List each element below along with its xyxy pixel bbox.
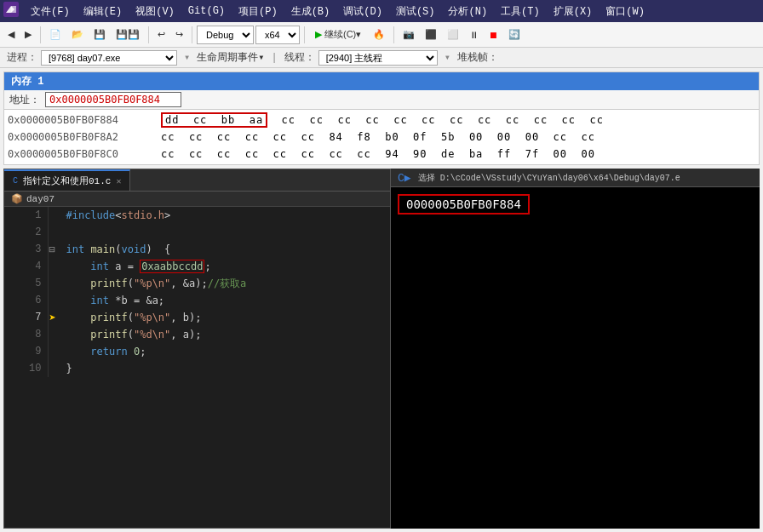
line-ind-10 (49, 360, 62, 377)
line-code-5: printf("%p\n", &a);//获取a (62, 275, 390, 292)
memory-title: 内存 1 (4, 72, 759, 90)
terminal-panel: C▶ 选择 D:\cCode\VSstudy\CYuYan\day06\x64\… (391, 169, 760, 529)
menu-view[interactable]: 视图(V) (129, 3, 181, 20)
fire-button[interactable]: 🔥 (369, 26, 389, 43)
line-num-1: 1 (4, 207, 49, 224)
thread-select[interactable]: [2940] 主线程 (318, 50, 438, 66)
terminal-content[interactable]: 0000005B0FB0F884 (391, 187, 760, 529)
code-line-5: 5 printf("%p\n", &a);//获取a (4, 275, 390, 292)
continue-button[interactable]: ▶ 继续(C)▾ (309, 26, 367, 43)
code-line-2: 2 (4, 224, 390, 241)
stack-label: 堆栈帧： (457, 50, 498, 65)
code-line-4: 4 int a = 0xaabbccdd; (4, 258, 390, 275)
screenshot-button[interactable]: 📷 (399, 26, 419, 43)
line-ind-4 (49, 258, 62, 275)
editor-tab-active[interactable]: C 指针定义和使用01.c ✕ (4, 169, 130, 191)
code-line-7: 7 ➤ printf("%p\n", b); (4, 309, 390, 326)
menu-extensions[interactable]: 扩展(X) (547, 3, 600, 20)
tab-label: 指针定义和使用01.c (23, 174, 111, 187)
mem-data-1: dd cc bb aa cc cc cc cc cc cc cc cc cc c… (161, 114, 604, 126)
menu-bar: 文件(F) 编辑(E) 视图(V) Git(G) 项目(P) 生成(B) 调试(… (0, 0, 763, 22)
menu-window[interactable]: 窗口(W) (599, 3, 651, 20)
line-code-7: printf("%p\n", b); (62, 309, 390, 326)
menu-file[interactable]: 文件(F) (24, 3, 77, 20)
menu-git[interactable]: Git(G) (181, 3, 232, 19)
memory-row-1: 0x0000005B0FB0F884 dd cc bb aa cc cc cc … (4, 112, 759, 129)
line-ind-6 (49, 292, 62, 309)
continue-label: 继续(C)▾ (324, 28, 361, 41)
mem-addr-1: 0x0000005B0FB0F884 (8, 114, 161, 126)
lifecycle-btn[interactable]: 生命周期事件▾ (197, 50, 264, 65)
debug-arrow: ➤ (49, 312, 55, 325)
line-code-9: return 0; (62, 343, 390, 360)
sep: ▾ (184, 51, 190, 64)
sep3: ▾ (445, 51, 450, 64)
stop-button[interactable]: ⏹ (485, 27, 502, 43)
save-all-button[interactable]: 💾💾 (112, 26, 144, 43)
menu-analyze[interactable]: 分析(N) (441, 3, 494, 20)
toolbar-sep-1 (40, 26, 41, 43)
address-input[interactable] (45, 92, 181, 107)
line-ind-7: ➤ (49, 309, 62, 326)
main-area: 内存 1 地址： 0x0000005B0FB0F884 dd cc bb aa … (0, 68, 763, 532)
toolbar-extra1[interactable]: ⬛ (421, 26, 441, 43)
undo-button[interactable]: ↩ (153, 26, 169, 43)
code-line-9: 9 return 0; (4, 343, 390, 360)
platform-select[interactable]: x64 (255, 26, 300, 44)
line-num-7: 7 (4, 309, 49, 326)
toolbar: ◀ ▶ 📄 📂 💾 💾💾 ↩ ↪ Debug x64 ▶ 继续(C)▾ 🔥 📷 … (0, 22, 763, 48)
save-button[interactable]: 💾 (89, 26, 110, 43)
terminal-icon: C▶ (398, 171, 411, 185)
terminal-title-bar: C▶ 选择 D:\cCode\VSstudy\CYuYan\day06\x64\… (391, 169, 760, 187)
terminal-address-box: 0000005B0FB0F884 (398, 194, 530, 215)
pause-button[interactable]: ⏸ (465, 27, 483, 43)
play-icon: ▶ (315, 29, 322, 40)
editor-content[interactable]: 1 #include<stdio.h> 2 3 (4, 207, 390, 528)
memory-panel: 内存 1 地址： 0x0000005B0FB0F884 dd cc bb aa … (3, 72, 760, 165)
line-ind-1 (49, 207, 62, 224)
line-num-3: 3 (4, 241, 49, 258)
editor-tab-bar: C 指针定义和使用01.c ✕ (4, 169, 390, 192)
tab-icon: C (13, 176, 18, 186)
line-code-2 (62, 224, 390, 241)
process-select[interactable]: [9768] day07.exe (41, 50, 177, 66)
line-ind-8 (49, 326, 62, 343)
code-line-6: 6 int *b = &a; (4, 292, 390, 309)
mem-data-3: cc cc cc cc cc cc cc cc 94 90 de ba ff 7… (161, 148, 595, 160)
line-num-10: 10 (4, 360, 49, 377)
line-code-8: printf("%d\n", a); (62, 326, 390, 343)
line-ind-3: ⊟ (49, 241, 62, 258)
new-file-button[interactable]: 📄 (45, 26, 66, 43)
toolbar-sep-5 (393, 26, 394, 43)
process-label: 进程： (7, 50, 37, 65)
debug-mode-select[interactable]: Debug (197, 26, 254, 44)
process-bar: 进程： [9768] day07.exe ▾ 生命周期事件▾ | 线程： [29… (0, 48, 763, 68)
menu-build[interactable]: 生成(B) (284, 3, 337, 20)
memory-row-3: 0x0000005B0FB0F8C0 cc cc cc cc cc cc cc … (4, 146, 759, 163)
vs-logo (3, 2, 19, 20)
line-ind-5 (49, 275, 62, 292)
toolbar-extra2[interactable]: ⬜ (443, 26, 463, 43)
menu-tools[interactable]: 工具(T) (494, 3, 547, 20)
toolbar-sep-4 (304, 26, 305, 43)
open-button[interactable]: 📂 (67, 26, 88, 43)
line-num-8: 8 (4, 326, 49, 343)
menu-project[interactable]: 项目(P) (232, 3, 284, 20)
menu-debug[interactable]: 调试(D) (336, 3, 389, 20)
redo-button[interactable]: ↪ (171, 26, 187, 43)
code-editor: C 指针定义和使用01.c ✕ 📦 day07 1 #include<stdio… (3, 169, 391, 529)
line-ind-2 (49, 224, 62, 241)
highlight-box-1: dd cc bb aa (161, 112, 267, 128)
tab-close-icon[interactable]: ✕ (116, 176, 121, 186)
back-button[interactable]: ◀ (3, 26, 19, 43)
line-code-6: int *b = &a; (62, 292, 390, 309)
line-ind-9 (49, 343, 62, 360)
toolbar-sep-2 (148, 26, 149, 43)
restart-button[interactable]: 🔄 (504, 26, 525, 43)
line-num-5: 5 (4, 275, 49, 292)
mem-data-2: cc cc cc cc cc cc 84 f8 b0 0f 5b 00 00 0… (161, 131, 595, 143)
menu-edit[interactable]: 编辑(E) (77, 3, 129, 20)
forward-button[interactable]: ▶ (20, 26, 36, 43)
line-code-10: } (62, 360, 390, 377)
menu-test[interactable]: 测试(S) (389, 3, 442, 20)
